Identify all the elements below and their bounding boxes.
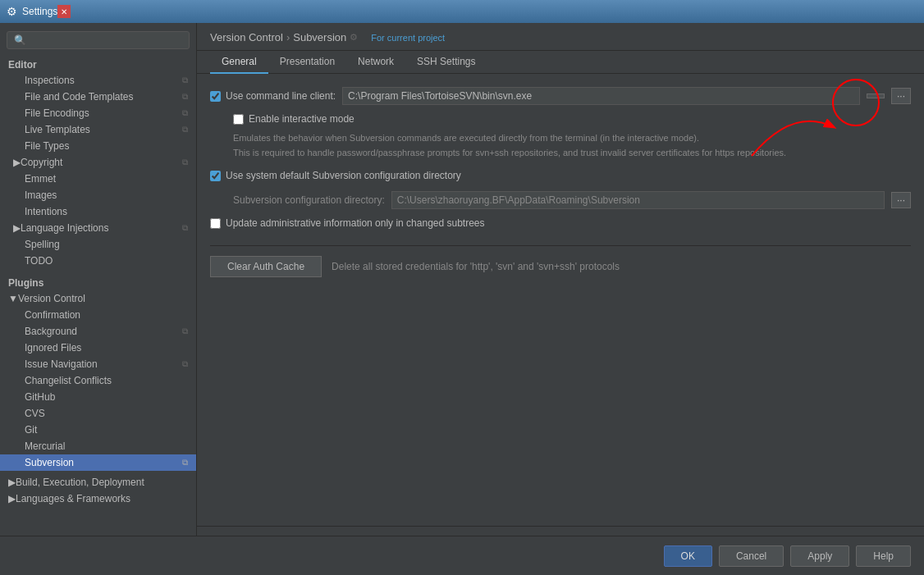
sidebar-item-issue-navigation[interactable]: Issue Navigation ⧉ bbox=[0, 356, 196, 372]
clear-cache-button[interactable]: Clear Auth Cache bbox=[210, 256, 322, 277]
copy-icon: ⧉ bbox=[182, 125, 188, 135]
config-dir-input[interactable] bbox=[391, 191, 885, 209]
copy-icon: ⧉ bbox=[182, 223, 188, 233]
copy-icon: ⧉ bbox=[182, 92, 188, 102]
update-admin-label[interactable]: Update administrative information only i… bbox=[210, 217, 485, 229]
item-label: Background bbox=[25, 326, 77, 337]
copy-icon: ⧉ bbox=[182, 157, 188, 167]
cmd-client-row: Use command line client: ··· bbox=[210, 87, 911, 105]
breadcrumb-current: Subversion bbox=[293, 31, 346, 43]
sidebar-item-version-control[interactable]: ▼ Version Control bbox=[0, 290, 196, 307]
project-link[interactable]: For current project bbox=[371, 33, 445, 43]
item-label: Copyright bbox=[21, 157, 62, 168]
apply-button[interactable]: Apply bbox=[790, 545, 849, 567]
item-label: Build, Execution, Deployment bbox=[16, 477, 144, 488]
title-bar: ⚙ Settings ✕ bbox=[0, 0, 924, 23]
expand-arrow-icon: ▶ bbox=[8, 493, 16, 504]
use-system-default-label[interactable]: Use system default Subversion configurat… bbox=[210, 170, 461, 181]
sidebar-item-ignored-files[interactable]: Ignored Files bbox=[0, 340, 196, 356]
item-label: Confirmation bbox=[25, 309, 80, 321]
update-admin-checkbox[interactable] bbox=[210, 218, 221, 229]
item-label: Emmet bbox=[25, 173, 56, 185]
sidebar-item-inspections[interactable]: Inspections ⧉ bbox=[0, 72, 196, 89]
breadcrumb-separator: › bbox=[286, 31, 290, 43]
sidebar-item-background[interactable]: Background ⧉ bbox=[0, 323, 196, 340]
sidebar-item-todo[interactable]: TODO bbox=[0, 253, 196, 269]
settings-panel: Use command line client: ··· bbox=[197, 74, 924, 526]
cancel-button[interactable]: Cancel bbox=[719, 545, 784, 567]
item-label: Live Templates bbox=[25, 124, 90, 135]
item-label: File Encodings bbox=[25, 107, 89, 119]
title-bar-icon: ⚙ bbox=[7, 5, 17, 18]
use-cmd-client-label[interactable]: Use command line client: bbox=[210, 90, 336, 102]
sidebar-item-spelling[interactable]: Spelling bbox=[0, 236, 196, 253]
item-label: Mercurial bbox=[25, 440, 65, 452]
item-label: Git bbox=[25, 424, 37, 436]
browse-button[interactable] bbox=[867, 94, 885, 98]
sidebar-item-confirmation[interactable]: Confirmation bbox=[0, 307, 196, 323]
item-label: Ignored Files bbox=[25, 342, 81, 354]
sidebar-item-live-templates[interactable]: Live Templates ⧉ bbox=[0, 121, 196, 138]
project-icon: ⚙ bbox=[350, 32, 358, 43]
sidebar-item-images[interactable]: Images bbox=[0, 187, 196, 203]
item-label: Changelist Conflicts bbox=[25, 375, 112, 386]
item-label: File Types bbox=[25, 140, 69, 152]
sidebar-item-languages-frameworks[interactable]: ▶ Languages & Frameworks bbox=[0, 491, 196, 507]
help-button[interactable]: Help bbox=[856, 545, 911, 567]
item-label: Images bbox=[25, 189, 57, 201]
item-label: Issue Navigation bbox=[25, 358, 98, 370]
sidebar-item-language-injections[interactable]: ▶ Language Injections ⧉ bbox=[0, 220, 196, 236]
breadcrumb-root: Version Control bbox=[210, 31, 283, 43]
sidebar-section-plugins: Plugins bbox=[0, 274, 196, 290]
bottom-bar: OK Cancel Apply Help bbox=[0, 536, 924, 575]
sidebar-item-github[interactable]: GitHub bbox=[0, 389, 196, 405]
sidebar-item-file-encodings[interactable]: File Encodings ⧉ bbox=[0, 105, 196, 121]
sidebar-item-build-execution[interactable]: ▶ Build, Execution, Deployment bbox=[0, 474, 196, 491]
sidebar-item-file-types[interactable]: File Types bbox=[0, 138, 196, 154]
item-label: Languages & Frameworks bbox=[16, 493, 130, 504]
item-label: Language Injections bbox=[21, 222, 108, 234]
sidebar-item-intentions[interactable]: Intentions bbox=[0, 203, 196, 220]
horizontal-scrollbar bbox=[197, 526, 924, 536]
more-options-button[interactable]: ··· bbox=[891, 88, 911, 104]
config-dir-row: Subversion configuration directory: ··· bbox=[210, 191, 911, 209]
breadcrumb: Version Control › Subversion ⚙ For curre… bbox=[197, 23, 924, 51]
tab-general[interactable]: General bbox=[210, 51, 268, 74]
enable-interactive-label[interactable]: Enable interactive mode bbox=[233, 113, 355, 125]
info-text: Emulates the behavior when Subversion co… bbox=[210, 131, 911, 160]
interactive-mode-row: Enable interactive mode bbox=[210, 113, 911, 125]
clear-cache-desc: Delete all stored credentials for 'http'… bbox=[332, 261, 620, 272]
tab-ssh-settings[interactable]: SSH Settings bbox=[405, 51, 487, 74]
tab-network[interactable]: Network bbox=[346, 51, 405, 74]
enable-interactive-checkbox[interactable] bbox=[233, 114, 244, 125]
item-label: Spelling bbox=[25, 239, 60, 250]
item-label: CVS bbox=[25, 408, 45, 419]
item-label: Inspections bbox=[25, 75, 75, 86]
config-dir-browse-button[interactable]: ··· bbox=[891, 192, 911, 208]
item-label: Intentions bbox=[25, 206, 67, 217]
use-cmd-client-checkbox[interactable] bbox=[210, 91, 221, 102]
search-input[interactable] bbox=[7, 31, 190, 49]
use-system-default-checkbox[interactable] bbox=[210, 171, 221, 181]
item-label: GitHub bbox=[25, 391, 55, 403]
sidebar-item-cvs[interactable]: CVS bbox=[0, 405, 196, 422]
cmd-client-path-input[interactable] bbox=[342, 87, 860, 105]
title-bar-text: Settings bbox=[22, 6, 57, 17]
clear-cache-row: Clear Auth Cache Delete all stored crede… bbox=[210, 245, 911, 277]
expand-arrow-icon: ▶ bbox=[13, 222, 21, 234]
tab-presentation[interactable]: Presentation bbox=[268, 51, 346, 74]
expand-arrow-icon: ▶ bbox=[8, 477, 16, 488]
sidebar-item-emmet[interactable]: Emmet bbox=[0, 171, 196, 187]
sidebar-item-changelist-conflicts[interactable]: Changelist Conflicts bbox=[0, 372, 196, 389]
copy-icon: ⧉ bbox=[182, 326, 188, 336]
sidebar-item-copyright[interactable]: ▶ Copyright ⧉ bbox=[0, 154, 196, 171]
copy-icon: ⧉ bbox=[182, 458, 188, 468]
close-button[interactable]: ✕ bbox=[57, 5, 71, 18]
sidebar-item-git[interactable]: Git bbox=[0, 422, 196, 438]
item-label: File and Code Templates bbox=[25, 91, 134, 103]
use-system-default-row: Use system default Subversion configurat… bbox=[210, 170, 911, 181]
sidebar-item-mercurial[interactable]: Mercurial bbox=[0, 438, 196, 454]
sidebar-item-file-code-templates[interactable]: File and Code Templates ⧉ bbox=[0, 89, 196, 105]
sidebar-item-subversion[interactable]: Subversion ⧉ bbox=[0, 454, 196, 471]
ok-button[interactable]: OK bbox=[664, 545, 712, 567]
